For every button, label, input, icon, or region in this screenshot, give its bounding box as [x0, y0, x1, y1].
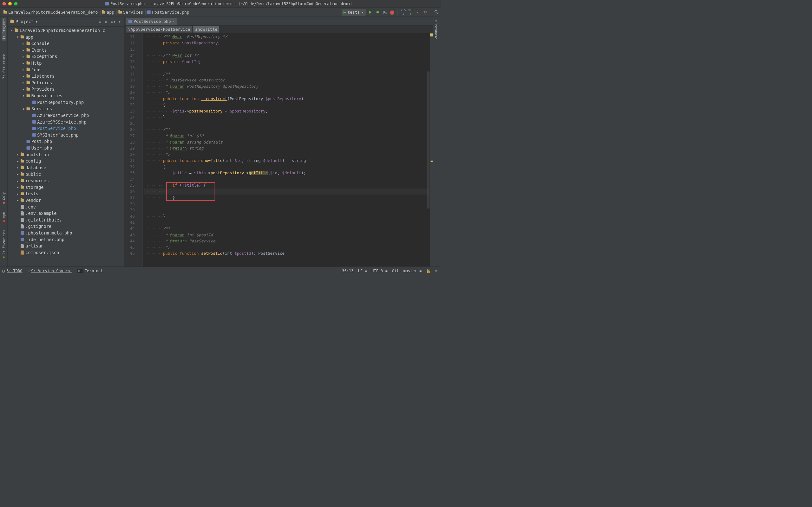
run-button[interactable] [368, 10, 373, 14]
breadcrumb-services[interactable]: Services [117, 9, 146, 15]
analysis-status-icon[interactable] [430, 33, 433, 37]
line-separator[interactable]: LF ≑ [358, 269, 367, 273]
hide-panel-icon[interactable]: ⇤ [119, 19, 122, 24]
tree-item[interactable]: .phpstorm.meta.php [8, 230, 124, 236]
tree-item[interactable]: ▶Exceptions [8, 53, 124, 60]
tree-item[interactable]: ▶config [8, 158, 124, 164]
tree-item[interactable]: ▶Http [8, 60, 124, 66]
tree-item[interactable]: AzurePostService.php [8, 112, 124, 119]
tree-item[interactable]: ▼Repositories [8, 93, 124, 99]
search-everywhere-button[interactable] [434, 10, 439, 14]
tree-item[interactable]: ▶vendor [8, 197, 124, 204]
caret-position[interactable]: 36:13 [342, 269, 353, 273]
debug-button[interactable] [375, 10, 380, 14]
vcs-update-button[interactable]: VCS↓ [401, 9, 406, 15]
close-window-button[interactable] [3, 2, 6, 5]
expand-arrow-icon[interactable]: ▼ [11, 29, 14, 32]
tool-window-toggle-icon[interactable]: ▢ [0, 267, 7, 275]
expand-arrow-icon[interactable]: ▶ [17, 166, 19, 169]
tree-item[interactable]: .env.example [8, 210, 124, 217]
expand-arrow-icon[interactable]: ▼ [17, 36, 19, 39]
expand-arrow-icon[interactable]: ▼ [23, 107, 26, 110]
tree-item[interactable]: PostRepository.php [8, 99, 124, 106]
expand-arrow-icon[interactable]: ▶ [23, 88, 26, 91]
scroll-to-source-icon[interactable]: ⊕ [99, 19, 101, 24]
warning-marker[interactable] [431, 161, 433, 162]
settings-gear-icon[interactable]: ⚙▾ [111, 19, 116, 24]
expand-arrow-icon[interactable]: ▶ [23, 42, 26, 45]
zoom-window-button[interactable] [14, 2, 17, 5]
expand-arrow-icon[interactable]: ▶ [23, 74, 26, 78]
tree-item[interactable]: ▶public [8, 171, 124, 177]
expand-arrow-icon[interactable]: ▼ [23, 94, 26, 97]
breadcrumb-file[interactable]: PostService.php [146, 9, 192, 15]
tree-item[interactable]: ▶storage [8, 184, 124, 191]
close-tab-icon[interactable]: × [172, 19, 175, 23]
tree-item[interactable]: ▶tests [8, 190, 124, 197]
run-coverage-button[interactable] [383, 10, 387, 14]
vcs-commit-button[interactable]: VCS↑ [408, 9, 413, 15]
expand-arrow-icon[interactable]: ▶ [17, 186, 19, 189]
tree-item[interactable]: SMSInterface.php [8, 132, 124, 138]
collapse-all-icon[interactable]: ⇊ [105, 19, 107, 24]
tree-item[interactable]: ▶Jobs [8, 66, 124, 73]
tree-item[interactable]: .env [8, 204, 124, 210]
tool-window-gulp[interactable]: ●Gulp [2, 191, 6, 206]
tree-item[interactable]: artisan [8, 243, 124, 249]
expand-arrow-icon[interactable]: ▶ [17, 199, 19, 202]
editor-tab-postservice[interactable]: PostService.php × [126, 18, 177, 25]
expand-arrow-icon[interactable]: ▶ [23, 55, 26, 58]
tree-item[interactable]: ▼Laravel52PhpStormCodeGeneration_c [8, 27, 124, 34]
status-version-control[interactable]: ⑂9: Version Control [28, 269, 72, 273]
expand-arrow-icon[interactable]: ▶ [17, 179, 19, 182]
expand-arrow-icon[interactable]: ▶ [23, 81, 26, 84]
tool-window-favorites[interactable]: ★2: Favorites [2, 228, 6, 261]
expand-arrow-icon[interactable]: ▶ [17, 159, 19, 163]
tree-item[interactable]: ▼Services [8, 106, 124, 112]
error-stripe[interactable] [430, 33, 433, 267]
lock-icon[interactable]: 🔓 [426, 269, 431, 273]
vertical-scrollbar[interactable] [427, 71, 430, 209]
editor-crumb-class[interactable]: \App\Services\PostService [126, 26, 192, 33]
tree-item[interactable]: ▼app [8, 34, 124, 40]
tree-item[interactable]: PostService.php [8, 125, 124, 132]
tool-window-npm[interactable]: ■npm [2, 211, 6, 224]
tree-item[interactable]: ▶Listeners [8, 73, 124, 79]
code-text[interactable]: ········/** @var PostRepository */······… [143, 33, 430, 267]
tree-item[interactable]: ▶bootstrap [8, 151, 124, 158]
tree-item[interactable]: composer.json [8, 249, 124, 256]
git-branch[interactable]: Git: master ≑ [392, 269, 421, 273]
status-terminal[interactable]: >_Terminal [78, 269, 103, 273]
expand-arrow-icon[interactable]: ▶ [17, 192, 19, 195]
expand-arrow-icon[interactable]: ▶ [17, 153, 19, 156]
code-area[interactable]: 1112131415161718192021222324252627282930… [125, 33, 433, 267]
file-encoding[interactable]: UTF-8 ≑ [371, 269, 387, 273]
tree-item[interactable]: _ide_helper.php [8, 236, 124, 243]
expand-arrow-icon[interactable]: ▶ [23, 61, 26, 65]
tree-item[interactable]: ▶resources [8, 177, 124, 184]
hector-icon[interactable]: ☻ [435, 269, 438, 273]
minimize-window-button[interactable] [8, 2, 12, 5]
expand-arrow-icon[interactable]: ▶ [23, 68, 26, 71]
breadcrumb-app[interactable]: app [100, 9, 117, 15]
stop-button[interactable]: ⬤ [390, 10, 395, 14]
tree-item[interactable]: ▶database [8, 164, 124, 171]
run-configuration-selector[interactable]: ▶tests▾ [342, 9, 366, 15]
line-number-gutter[interactable]: 1112131415161718192021222324252627282930… [125, 33, 137, 267]
tool-window-structure[interactable]: 7: Structure [2, 53, 6, 80]
tree-item[interactable]: .gitignore [8, 223, 124, 230]
tree-item[interactable]: AzureSMSService.php [8, 118, 124, 125]
editor-crumb-method[interactable]: showTitle [193, 26, 219, 33]
fold-gutter[interactable] [137, 33, 143, 267]
breadcrumb-project[interactable]: Laravel52PhpStormCodeGeneration_demo [2, 9, 100, 15]
tree-item[interactable]: User.php [8, 145, 124, 152]
tree-item[interactable]: ▶Policies [8, 79, 124, 86]
project-tree[interactable]: ▼Laravel52PhpStormCodeGeneration_c▼app▶C… [8, 26, 124, 257]
tool-window-project[interactable]: 1: Project [2, 18, 6, 41]
vcs-revert-button[interactable]: ⟲ [423, 10, 427, 14]
tree-item[interactable]: .gitattributes [8, 217, 124, 223]
tree-item[interactable]: ▶Console [8, 40, 124, 47]
expand-arrow-icon[interactable]: ▶ [17, 172, 19, 176]
expand-arrow-icon[interactable]: ▶ [23, 49, 26, 52]
tree-item[interactable]: ▶Events [8, 47, 124, 54]
